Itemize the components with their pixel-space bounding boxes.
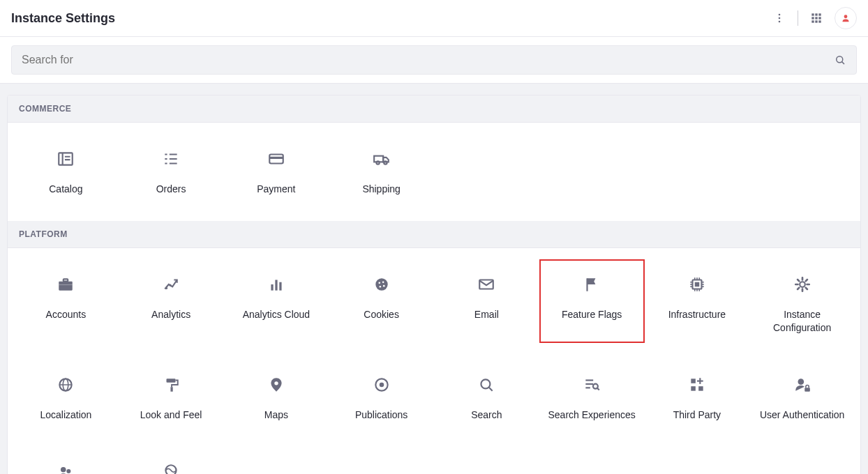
user-lock-icon [786,368,819,402]
settings-tile-catalog[interactable]: Catalog [13,134,119,204]
gear-icon [786,268,819,301]
settings-tile-web-api[interactable]: Web API [119,447,224,474]
widgets-icon [680,368,714,402]
tile-label: Localization [40,408,91,422]
tile-label: Publications [355,408,408,422]
tile-label: Email [474,308,499,321]
settings-tile-users[interactable]: Users [13,447,119,474]
payment-icon [260,142,293,176]
settings-tile-user-authentication[interactable]: User Authentication [749,360,855,430]
paint-roller-icon [154,368,188,402]
bar-chart-icon [260,268,293,301]
settings-tile-localization[interactable]: Localization [13,360,119,430]
chip-icon [680,268,714,301]
topbar-actions [771,7,857,29]
shipping-icon [365,142,398,176]
tile-label: Look and Feel [140,408,202,422]
divider [798,10,798,26]
user-icon [839,12,852,24]
settings-panel: COMMERCECatalogOrdersPaymentShippingPLAT… [7,95,861,474]
topbar: Instance Settings [0,0,868,37]
page-title: Instance Settings [11,11,115,26]
target-icon [365,368,398,402]
search-box[interactable] [11,45,857,75]
map-pin-icon [260,368,293,402]
user-avatar[interactable] [835,7,857,29]
tile-label: Third Party [673,408,721,422]
tile-label: Accounts [46,308,87,321]
magnifier-icon [470,368,503,402]
tile-label: User Authentication [760,408,844,422]
settings-tile-feature-flags[interactable]: Feature Flags [539,259,645,343]
settings-tile-analytics-cloud[interactable]: Analytics Cloud [224,259,329,343]
settings-tile-instance-configuration[interactable]: Instance Configuration [749,259,855,343]
settings-tile-infrastructure[interactable]: Infrastructure [645,259,750,343]
users-icon [49,455,82,474]
briefcase-icon [49,268,82,301]
tile-label: Shipping [362,183,401,196]
globe-icon [49,368,82,402]
search-bar [0,37,868,84]
search-icon [834,54,846,66]
apps-grid-button[interactable] [808,10,825,26]
tile-label: Infrastructure [668,308,726,321]
kebab-icon [772,11,786,25]
settings-tile-cookies[interactable]: Cookies [329,259,434,343]
tile-label: Analytics [151,308,190,321]
more-menu-button[interactable] [771,10,788,26]
tile-label: Cookies [364,308,399,321]
section-header: PLATFORM [8,221,860,248]
content: COMMERCECatalogOrdersPaymentShippingPLAT… [0,84,868,474]
tile-label: Search [471,408,502,422]
catalog-icon [49,142,82,176]
settings-tile-shipping[interactable]: Shipping [329,134,434,204]
settings-tile-payment[interactable]: Payment [224,134,329,204]
settings-tile-search-experiences[interactable]: Search Experiences [539,360,645,430]
api-icon [154,455,188,474]
search-input[interactable] [12,54,824,66]
cookies-icon [365,268,398,301]
settings-tile-look-and-feel[interactable]: Look and Feel [119,360,224,430]
tile-label: Feature Flags [562,308,622,321]
tile-label: Search Experiences [548,408,635,422]
search-button[interactable] [824,54,856,66]
tile-label: Instance Configuration [755,308,849,335]
orders-icon [154,142,188,176]
settings-grid: AccountsAnalyticsAnalytics CloudCookiesE… [8,248,860,474]
tile-label: Catalog [49,183,82,196]
tile-label: Analytics Cloud [243,308,310,321]
tile-label: Payment [257,183,295,196]
settings-grid: CatalogOrdersPaymentShipping [8,123,860,221]
flag-icon [575,268,608,301]
settings-tile-accounts[interactable]: Accounts [13,259,119,343]
settings-tile-maps[interactable]: Maps [224,360,329,430]
search-list-icon [575,368,608,402]
section-header: COMMERCE [8,95,860,123]
grid-icon [809,11,823,25]
tile-label: Maps [264,408,288,422]
analytics-icon [154,268,188,301]
settings-tile-analytics[interactable]: Analytics [119,259,224,343]
settings-tile-email[interactable]: Email [434,259,539,343]
settings-tile-third-party[interactable]: Third Party [645,360,750,430]
tile-label: Orders [156,183,186,196]
settings-tile-orders[interactable]: Orders [119,134,224,204]
email-icon [470,268,503,301]
settings-tile-publications[interactable]: Publications [329,360,434,430]
settings-tile-search[interactable]: Search [434,360,539,430]
